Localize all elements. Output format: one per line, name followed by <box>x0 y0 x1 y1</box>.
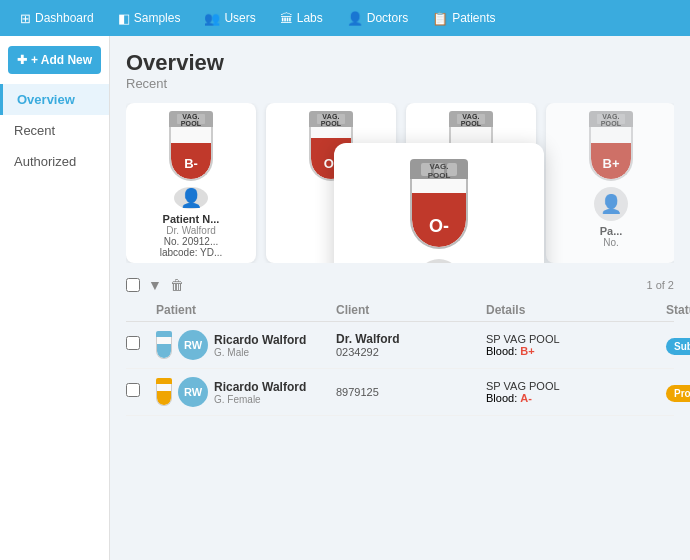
row1-name-block: Ricardo Walford G. Male <box>214 333 306 358</box>
row1-checkbox[interactable] <box>126 336 156 354</box>
vial-1: VAG.POOL B- <box>169 111 213 181</box>
sample-card-1[interactable]: VAG.POOL B- 👤 Patient N... Dr. Walford N… <box>126 103 256 263</box>
blood-type-1: B- <box>171 156 211 171</box>
col-details: Details <box>486 303 666 317</box>
row2-client: 8979125 <box>336 386 486 398</box>
row1-client-name: Dr. Walford <box>336 332 486 346</box>
select-all-checkbox[interactable] <box>126 278 140 292</box>
table-count: 1 of 2 <box>646 279 674 291</box>
nav-dashboard[interactable]: ⊞ Dashboard <box>10 5 104 32</box>
top-navigation: ⊞ Dashboard ◧ Samples 👥 Users 🏛 Labs 👤 D… <box>0 0 690 36</box>
card-name-4: Pa... <box>600 225 623 237</box>
main-layout: ✚ + Add New Overview Recent Authorized O… <box>0 36 690 560</box>
row1-avatar: RW <box>178 330 208 360</box>
col-patient: Patient <box>156 303 336 317</box>
vial-label-3: VAG.POOL <box>449 113 493 127</box>
row1-blood-type: B+ <box>520 345 534 357</box>
sidebar-item-authorized[interactable]: Authorized <box>0 146 109 177</box>
card-doctor-1: Dr. Walford <box>166 225 216 236</box>
nav-patients[interactable]: 📋 Patients <box>422 5 505 32</box>
main-content: Overview Recent VAG.POOL B- <box>110 36 690 560</box>
row2-patient: RW Ricardo Walford G. Female <box>156 377 336 407</box>
popup-card[interactable]: VAG.POOL O- 👤 Patient Name Dr. Walford N… <box>334 143 544 263</box>
row2-name-block: Ricardo Walford G. Female <box>214 380 306 405</box>
vial-body-4: B+ <box>589 127 633 181</box>
row2-blood-type: A- <box>520 392 532 404</box>
row2-status: Processing <box>666 383 690 402</box>
nav-doctors[interactable]: 👤 Doctors <box>337 5 418 32</box>
row2-details-type: SP VAG POOL <box>486 380 666 392</box>
row2-checkbox[interactable] <box>126 383 156 401</box>
filter-icon[interactable]: ▼ <box>148 277 162 293</box>
tube-fill-small <box>157 344 171 359</box>
popup-vial-label: VAG.POOL <box>410 162 468 180</box>
row2-tube <box>156 378 172 406</box>
card-num-4: No. <box>603 237 619 248</box>
doctors-icon: 👤 <box>347 11 363 26</box>
vial-label-2: VAG.POOL <box>309 113 353 127</box>
vial-4: VAG.POOL B+ <box>589 111 633 181</box>
row1-status: Submitted <box>666 336 690 355</box>
row1-status-badge: Submitted <box>666 338 690 355</box>
vial-label-1: VAG.POOL <box>169 113 213 127</box>
sidebar-item-overview[interactable]: Overview <box>0 84 109 115</box>
vial-body-1: B- <box>169 127 213 181</box>
popup-vial-body: O- <box>410 179 468 249</box>
row1-details: SP VAG POOL Blood: B+ <box>486 333 666 357</box>
card-num-1: No. 20912... <box>164 236 218 247</box>
row1-gender: G. Male <box>214 347 306 358</box>
col-status: Status <box>666 303 690 317</box>
sample-card-4[interactable]: VAG.POOL B+ 👤 Pa... No. <box>546 103 674 263</box>
patients-icon: 📋 <box>432 11 448 26</box>
table-header: Patient Client Details Status <box>126 299 674 322</box>
labs-icon: 🏛 <box>280 11 293 26</box>
vial-label-4: VAG.POOL <box>589 113 633 127</box>
table-row[interactable]: RW Ricardo Walford G. Female 8979125 SP … <box>126 369 674 416</box>
plus-icon: ✚ <box>17 53 27 67</box>
row2-status-badge: Processing <box>666 385 690 402</box>
card-name-1: Patient N... <box>163 213 220 225</box>
page-title: Overview <box>126 50 674 76</box>
dashboard-icon: ⊞ <box>20 11 31 26</box>
card-labcode-1: labcode: YD... <box>160 247 223 258</box>
users-icon: 👥 <box>204 11 220 26</box>
sidebar: ✚ + Add New Overview Recent Authorized <box>0 36 110 560</box>
tube-body-small <box>156 384 172 406</box>
row2-client-id: 8979125 <box>336 386 486 398</box>
row1-details-type: SP VAG POOL <box>486 333 666 345</box>
card-avatar-4: 👤 <box>594 187 628 221</box>
nav-users[interactable]: 👥 Users <box>194 5 265 32</box>
nav-samples[interactable]: ◧ Samples <box>108 5 191 32</box>
row2-blood: Blood: A- <box>486 392 666 404</box>
popup-blood-type: O- <box>412 216 466 237</box>
row1-blood: Blood: B+ <box>486 345 666 357</box>
col-client: Client <box>336 303 486 317</box>
tube-body-small <box>156 337 172 359</box>
popup-vial: VAG.POOL O- <box>410 159 468 249</box>
row1-client: Dr. Walford 0234292 <box>336 332 486 358</box>
nav-labs[interactable]: 🏛 Labs <box>270 5 333 32</box>
card-avatar-1: 👤 <box>174 187 208 209</box>
row1-patient: RW Ricardo Walford G. Male <box>156 330 336 360</box>
col-check <box>126 303 156 317</box>
blood-type-4: B+ <box>591 156 631 171</box>
sidebar-item-recent[interactable]: Recent <box>0 115 109 146</box>
row1-tube <box>156 331 172 359</box>
table-row[interactable]: RW Ricardo Walford G. Male Dr. Walford 0… <box>126 322 674 369</box>
row2-details: SP VAG POOL Blood: A- <box>486 380 666 404</box>
row2-avatar: RW <box>178 377 208 407</box>
cards-row: VAG.POOL B- 👤 Patient N... Dr. Walford N… <box>126 103 674 263</box>
add-new-button[interactable]: ✚ + Add New <box>8 46 101 74</box>
table-toolbar: ▼ 🗑 1 of 2 <box>126 277 674 293</box>
row2-name: Ricardo Walford <box>214 380 306 394</box>
row1-name: Ricardo Walford <box>214 333 306 347</box>
delete-icon[interactable]: 🗑 <box>170 277 184 293</box>
popup-avatar: 👤 <box>417 259 461 263</box>
row1-client-id: 0234292 <box>336 346 486 358</box>
tube-fill-small <box>157 391 171 406</box>
row2-gender: G. Female <box>214 394 306 405</box>
samples-icon: ◧ <box>118 11 130 26</box>
page-subtitle: Recent <box>126 76 674 91</box>
